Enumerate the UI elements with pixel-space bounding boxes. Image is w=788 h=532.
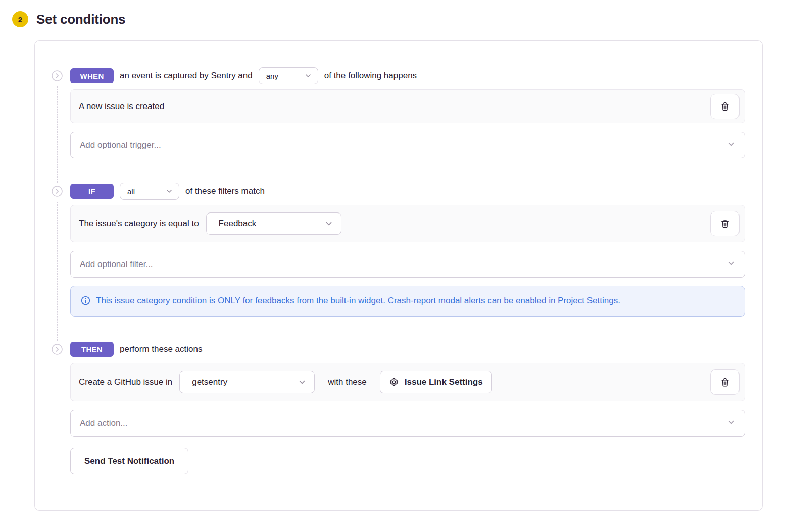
delete-action-button[interactable] <box>710 369 740 395</box>
chevron-down-icon <box>166 188 173 195</box>
trash-icon <box>720 101 730 112</box>
then-section: THEN perform these actions Create a GitH… <box>51 341 745 474</box>
chevron-circle-icon <box>52 344 63 355</box>
built-in-widget-link[interactable]: built-in widget <box>330 296 383 305</box>
add-optional-filter-select[interactable]: Add optional filter... <box>70 251 745 278</box>
add-action-select[interactable]: Add action... <box>70 410 745 437</box>
filter-category-value: Feedback <box>219 219 257 229</box>
delete-filter-button[interactable] <box>710 211 740 236</box>
when-frequency-select[interactable]: any <box>259 67 318 84</box>
add-optional-trigger-select[interactable]: Add optional trigger... <box>70 132 745 158</box>
chevron-down-icon <box>298 378 306 386</box>
if-text-after: of these filters match <box>185 186 265 196</box>
chevron-down-icon <box>727 418 735 429</box>
trash-icon <box>720 219 730 229</box>
chevron-down-icon <box>305 72 312 79</box>
info-icon <box>81 296 90 305</box>
filter-condition-row: The issue's category is equal to Feedbac… <box>70 205 745 242</box>
crash-report-modal-link[interactable]: Crash-report modal <box>388 296 462 305</box>
step-number-badge: 2 <box>12 11 28 27</box>
trash-icon <box>720 377 730 387</box>
if-section: IF all of these filters match The issue'… <box>51 183 745 341</box>
trigger-condition-label: A new issue is created <box>79 101 164 112</box>
section-connector <box>57 86 58 183</box>
filter-category-select[interactable]: Feedback <box>206 212 341 235</box>
issue-category-info-note: This issue category condition is ONLY fo… <box>70 286 745 317</box>
if-match-select[interactable]: all <box>120 183 179 200</box>
issue-link-settings-label: Issue Link Settings <box>405 377 483 387</box>
chevron-circle-icon <box>52 186 63 197</box>
when-text-after: of the following happens <box>324 71 417 81</box>
when-text-before: an event is captured by Sentry and <box>120 71 253 81</box>
add-filter-placeholder: Add optional filter... <box>80 259 153 270</box>
github-repo-value: getsentry <box>192 377 227 387</box>
section-connector <box>57 202 58 341</box>
when-section: WHEN an event is captured by Sentry and … <box>51 67 745 183</box>
chevron-down-icon <box>325 220 333 228</box>
project-settings-link[interactable]: Project Settings <box>558 296 618 305</box>
add-action-placeholder: Add action... <box>80 418 128 429</box>
if-badge: IF <box>70 184 114 199</box>
add-trigger-placeholder: Add optional trigger... <box>80 140 161 150</box>
github-repo-select[interactable]: getsentry <box>179 371 315 393</box>
gear-icon <box>389 377 399 387</box>
action-label: Create a GitHub issue in <box>79 377 172 387</box>
info-note-text: This issue category condition is ONLY fo… <box>96 294 620 308</box>
chevron-down-icon <box>727 259 735 270</box>
then-badge: THEN <box>70 342 114 357</box>
delete-trigger-button[interactable] <box>710 94 740 119</box>
action-middle-text: with these <box>328 377 367 387</box>
then-text-after: perform these actions <box>120 344 202 354</box>
trigger-condition-row: A new issue is created <box>70 89 745 123</box>
chevron-down-icon <box>727 140 735 150</box>
when-frequency-value: any <box>266 72 278 80</box>
chevron-circle-icon <box>52 70 63 81</box>
send-test-notification-button[interactable]: Send Test Notification <box>70 448 188 474</box>
when-badge: WHEN <box>70 68 114 83</box>
action-row: Create a GitHub issue in getsentry with … <box>70 363 745 401</box>
page-title: Set conditions <box>36 12 125 27</box>
filter-condition-label: The issue's category is equal to <box>79 219 199 229</box>
set-conditions-header: 2 Set conditions <box>0 0 788 27</box>
if-match-value: all <box>127 187 135 196</box>
conditions-card: WHEN an event is captured by Sentry and … <box>34 40 763 511</box>
issue-link-settings-button[interactable]: Issue Link Settings <box>380 371 492 393</box>
